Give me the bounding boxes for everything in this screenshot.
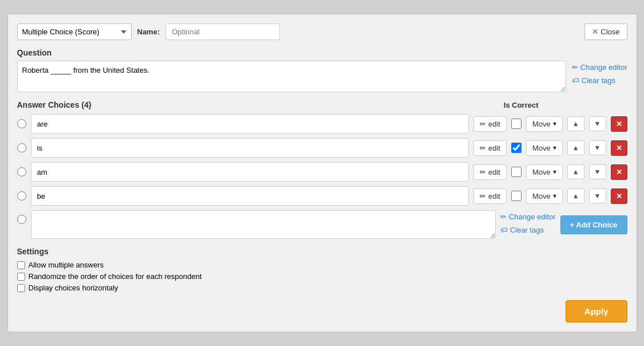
question-row: Roberta _____ from the United States. ✏ … (17, 61, 627, 92)
randomize-label: Randomize the order of choices for each … (29, 272, 202, 281)
apply-button[interactable]: Apply (566, 300, 627, 323)
delete-button-3[interactable]: ✕ (611, 164, 627, 180)
new-choice-actions: ✏ Change editor 🏷 Clear tags (500, 210, 556, 235)
choice-radio-3[interactable] (17, 167, 26, 176)
correct-checkbox-4[interactable] (511, 191, 521, 201)
question-section-title: Question (17, 48, 627, 57)
choice-row-1: ✏ edit Move ▲ ▼ ✕ (17, 114, 627, 133)
down-button-3[interactable]: ▼ (589, 164, 606, 179)
tag-icon-new: 🏷 (500, 226, 508, 234)
allow-multiple-checkbox[interactable] (17, 261, 25, 269)
display-horizontal-checkbox[interactable] (17, 284, 25, 292)
pencil-icon-1: ✏ (480, 120, 486, 128)
pencil-icon-2: ✏ (480, 144, 486, 152)
is-correct-label: Is Correct (504, 101, 539, 109)
choice-input-2[interactable] (31, 138, 469, 158)
pencil-icon-new: ✏ (500, 213, 507, 221)
add-choice-button[interactable]: + Add Choice (560, 215, 627, 234)
move-label-2: Move (532, 144, 551, 152)
change-editor-label: Change editor (580, 63, 627, 72)
move-button-2[interactable]: Move (526, 140, 563, 156)
move-button-1[interactable]: Move (526, 116, 563, 132)
down-button-2[interactable]: ▼ (589, 140, 606, 155)
choices-header: Answer Choices (4) Is Correct (17, 100, 627, 109)
new-choice-row: ✏ Change editor 🏷 Clear tags + Add Choic… (17, 210, 627, 239)
close-button[interactable]: ✕ Close (584, 23, 627, 40)
clear-tags-label: Clear tags (582, 76, 615, 85)
up-button-4[interactable]: ▲ (567, 188, 584, 203)
question-type-select[interactable]: Multiple Choice (Score) Multiple Choice … (17, 23, 132, 40)
settings-title: Settings (17, 247, 627, 256)
clear-tags-button[interactable]: 🏷 Clear tags (572, 75, 627, 86)
footer-row: Apply (17, 300, 627, 323)
choices-title: Answer Choices (4) (17, 100, 92, 109)
choice-row-4: ✏ edit Move ▲ ▼ ✕ (17, 186, 627, 206)
tag-icon: 🏷 (572, 76, 579, 85)
name-label: Name: (137, 27, 160, 36)
edit-button-1[interactable]: ✏ edit (473, 116, 507, 132)
correct-checkbox-1[interactable] (511, 119, 521, 129)
pencil-icon-4: ✏ (480, 192, 486, 200)
settings-section: Settings Allow multiple answers Randomiz… (17, 247, 627, 292)
change-editor-button[interactable]: ✏ Change editor (572, 62, 627, 73)
setting-item-1: Allow multiple answers (17, 261, 627, 269)
edit-button-2[interactable]: ✏ edit (473, 140, 507, 156)
randomize-checkbox[interactable] (17, 273, 25, 281)
move-button-3[interactable]: Move (526, 164, 563, 180)
new-choice-radio[interactable] (17, 215, 26, 224)
edit-button-3[interactable]: ✏ edit (473, 164, 507, 180)
up-button-1[interactable]: ▲ (567, 116, 584, 131)
new-choice-change-editor-button[interactable]: ✏ Change editor (500, 211, 556, 222)
pencil-icon-3: ✏ (480, 168, 486, 176)
choice-radio-1[interactable] (17, 119, 26, 128)
choice-row-3: ✏ edit Move ▲ ▼ ✕ (17, 162, 627, 182)
choice-input-1[interactable] (31, 114, 469, 133)
question-editor-modal: Multiple Choice (Score) Multiple Choice … (7, 14, 637, 332)
choice-row-2: ✏ edit Move ▲ ▼ ✕ (17, 138, 627, 158)
delete-button-1[interactable]: ✕ (611, 116, 627, 132)
question-name-input[interactable] (165, 23, 280, 40)
question-textarea[interactable]: Roberta _____ from the United States. (17, 61, 566, 92)
close-label: Close (600, 27, 619, 36)
delete-button-4[interactable]: ✕ (611, 188, 627, 204)
new-choice-clear-tags-button[interactable]: 🏷 Clear tags (500, 225, 556, 235)
edit-label-4: edit (488, 192, 500, 200)
correct-checkbox-3[interactable] (511, 167, 521, 177)
down-button-1[interactable]: ▼ (589, 116, 606, 131)
setting-item-2: Randomize the order of choices for each … (17, 272, 627, 281)
choice-input-4[interactable] (31, 186, 469, 206)
correct-checkbox-2[interactable] (511, 143, 521, 153)
new-choice-clear-tags-label: Clear tags (510, 226, 544, 234)
edit-button-4[interactable]: ✏ edit (473, 188, 507, 204)
new-choice-textarea[interactable] (31, 210, 496, 239)
up-button-3[interactable]: ▲ (567, 164, 584, 179)
move-label-1: Move (532, 120, 551, 128)
question-actions: ✏ Change editor 🏷 Clear tags (572, 61, 627, 92)
setting-item-3: Display choices horizontaly (17, 284, 627, 292)
display-horizontal-label: Display choices horizontaly (29, 284, 118, 292)
edit-label-1: edit (488, 120, 500, 128)
up-button-2[interactable]: ▲ (567, 140, 584, 155)
choice-radio-2[interactable] (17, 143, 26, 152)
move-label-3: Move (532, 168, 551, 176)
delete-button-2[interactable]: ✕ (611, 140, 627, 156)
pencil-icon: ✏ (572, 63, 578, 72)
allow-multiple-label: Allow multiple answers (29, 261, 104, 269)
edit-label-3: edit (488, 168, 500, 176)
choice-input-3[interactable] (31, 162, 469, 182)
move-label-4: Move (532, 192, 551, 200)
choice-radio-4[interactable] (17, 191, 26, 200)
edit-label-2: edit (488, 144, 500, 152)
move-button-4[interactable]: Move (526, 188, 563, 204)
down-button-4[interactable]: ▼ (589, 188, 606, 203)
header-row: Multiple Choice (Score) Multiple Choice … (17, 23, 627, 40)
new-choice-change-editor-label: Change editor (509, 213, 556, 221)
close-x: ✕ (592, 27, 598, 36)
